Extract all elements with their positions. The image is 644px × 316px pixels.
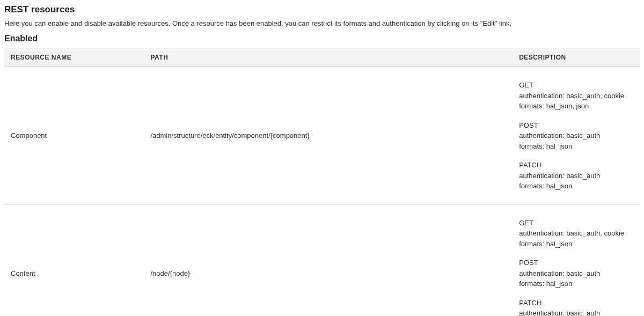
method-block: POSTauthentication: basic_authformats: h… bbox=[519, 120, 633, 152]
method-formats: formats: hal_json, json bbox=[519, 101, 633, 112]
method-block: PATCHauthentication: basic_authformats: … bbox=[519, 160, 633, 192]
resource-description: GETauthentication: basic_auth, cookiefor… bbox=[513, 67, 640, 205]
method-formats: formats: hal_json bbox=[519, 141, 633, 152]
method-verb: POST bbox=[519, 258, 633, 268]
method-auth: authentication: basic_auth, cookie bbox=[519, 228, 633, 239]
table-row: Component/admin/structure/eck/entity/com… bbox=[4, 67, 640, 205]
col-header-path: PATH bbox=[144, 48, 513, 67]
method-formats: formats: hal_json bbox=[519, 278, 633, 289]
method-block: POSTauthentication: basic_authformats: h… bbox=[519, 258, 633, 289]
resource-description: GETauthentication: basic_auth, cookiefor… bbox=[513, 204, 640, 316]
col-header-name: RESOURCE NAME bbox=[4, 48, 144, 67]
resource-name: Component bbox=[4, 67, 144, 205]
method-auth: authentication: basic_auth bbox=[519, 268, 633, 279]
method-formats: formats: hal_json bbox=[519, 239, 633, 249]
col-header-description: DESCRIPTION bbox=[513, 48, 640, 67]
method-auth: authentication: basic_auth, cookie bbox=[519, 91, 633, 101]
method-block: GETauthentication: basic_auth, cookiefor… bbox=[519, 218, 633, 249]
method-block: PATCHauthentication: basic_authformats: … bbox=[519, 298, 633, 317]
method-verb: PATCH bbox=[519, 160, 633, 171]
method-auth: authentication: basic_auth bbox=[519, 308, 633, 316]
method-verb: PATCH bbox=[519, 298, 633, 308]
method-verb: POST bbox=[519, 120, 633, 131]
resource-name: Content bbox=[4, 204, 144, 316]
resources-table: RESOURCE NAME PATH DESCRIPTION Component… bbox=[4, 48, 640, 316]
method-formats: formats: hal_json bbox=[519, 181, 633, 192]
method-block: GETauthentication: basic_auth, cookiefor… bbox=[519, 80, 633, 112]
method-auth: authentication: basic_auth bbox=[519, 171, 633, 181]
section-title-enabled: Enabled bbox=[4, 34, 640, 43]
intro-text: Here you can enable and disable availabl… bbox=[4, 19, 640, 27]
page-title: REST resources bbox=[4, 4, 640, 15]
method-verb: GET bbox=[519, 218, 633, 229]
table-row: Content/node/{node}GETauthentication: ba… bbox=[4, 204, 640, 316]
method-auth: authentication: basic_auth bbox=[519, 130, 633, 141]
method-verb: GET bbox=[519, 80, 633, 91]
resource-path: /node/{node} bbox=[144, 204, 513, 316]
resource-path: /admin/structure/eck/entity/component/{c… bbox=[144, 67, 513, 205]
